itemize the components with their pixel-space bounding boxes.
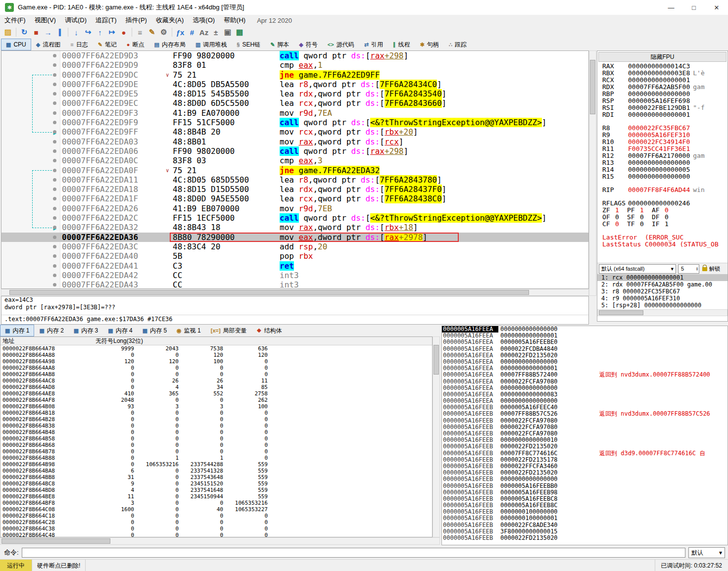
disasm-row[interactable]: 00007FF6A22ED9FF48:8B4B 20mov rcx,qword … bbox=[1, 127, 588, 137]
stack-row[interactable]: 0000005A16FEEB00007FF88B57C526返回到 nvd3du… bbox=[442, 411, 728, 417]
scale-button[interactable]: ± bbox=[210, 27, 222, 38]
stack-row[interactable]: 0000005A16FEEA0000022FD2135020 bbox=[442, 352, 728, 359]
memory-row[interactable]: 0000022F8B664AD8043485 bbox=[0, 384, 432, 390]
memory-row[interactable]: 0000022F8B664AE84103655522758 bbox=[0, 390, 432, 397]
menu-item[interactable]: 调试(D) bbox=[60, 15, 91, 26]
stack-row[interactable]: 0000005A16FEEB0000022FD2135020 bbox=[442, 443, 728, 450]
tab-source[interactable]: <>源代码 bbox=[323, 39, 359, 50]
memory-row[interactable]: 0000022F8B664AF8204800262 bbox=[0, 397, 432, 403]
stack-row[interactable]: 0000005A16FEEB0000022FFCFA3460 bbox=[442, 463, 728, 470]
callconv-arg-row[interactable]: 5: [rsp+28] 0000000000000000 bbox=[597, 302, 728, 309]
register-row[interactable]: RBP0000000000000000 bbox=[597, 91, 728, 97]
disasm-row[interactable]: 00007FF6A22ED9DE4C:8D05 DB5A5500lea r8,q… bbox=[1, 80, 588, 89]
scrollbar-thumb[interactable] bbox=[434, 345, 439, 375]
register-row[interactable]: RBX00000000000003E8L'è bbox=[597, 70, 728, 77]
spin-down-icon[interactable]: ▾ bbox=[696, 269, 698, 271]
memory-row[interactable]: 0000022F8B664B98010653532162337544288559 bbox=[0, 461, 432, 468]
tab-breakpoints[interactable]: ●断点 bbox=[122, 39, 149, 50]
stack-row[interactable]: 0000005A16FEEB0000005A16FEEBC8 bbox=[442, 496, 728, 502]
memory-hscrollbar[interactable] bbox=[0, 537, 440, 545]
tab-dump-5[interactable]: ▦内存 5 bbox=[138, 325, 172, 336]
tab-dump-3[interactable]: ▦内存 3 bbox=[69, 325, 103, 336]
stack-row[interactable]: 0000005A16FEEB3F80000000000015 bbox=[442, 528, 728, 535]
tab-log[interactable]: ≡日志 bbox=[65, 39, 93, 50]
stack-row[interactable]: 0000005A16FEEB0000022FD2135020 bbox=[442, 470, 728, 476]
memory-row[interactable]: 0000022F8B664B680000 bbox=[0, 442, 432, 448]
fx-button[interactable]: ƒx bbox=[174, 27, 186, 38]
stack-row[interactable]: 0000005A16FEEB00007FF8C774616C返回到 d3d9.0… bbox=[442, 450, 728, 457]
memory-row[interactable]: 0000022F8B664B880110 bbox=[0, 455, 432, 461]
stack-row[interactable]: 0000005A16FEEA0000005A16FEEBE0 bbox=[442, 339, 728, 345]
stack-row[interactable]: 0000005A16FEEB0000000100000000 bbox=[442, 509, 728, 515]
stack-row[interactable]: 0000005A16FEEB0000005A16FEEBB0 bbox=[442, 483, 728, 489]
memory-row[interactable]: 0000022F8B664C180000 bbox=[0, 513, 432, 519]
tab-memory-map[interactable]: ▤内存布局 bbox=[149, 39, 191, 50]
register-row[interactable]: R1200007FF6A2170000gam bbox=[597, 152, 728, 159]
register-row[interactable]: RDX00007FF6A2AB5F00gam bbox=[597, 84, 728, 91]
hash-button[interactable]: # bbox=[186, 27, 198, 38]
register-row[interactable]: R11F00735CC41FF36E1 bbox=[597, 145, 728, 152]
stack-row[interactable]: 0000005A16FEEA00007FF88B572400返回到 nvd3du… bbox=[442, 372, 728, 378]
memory-row[interactable]: 0000022F8B664BC8902345151520559 bbox=[0, 480, 432, 487]
disasm-row[interactable]: 00007FF6A22EDA3248:8B43 18mov rax,qword … bbox=[1, 223, 588, 232]
tab-handles[interactable]: ✱句柄 bbox=[415, 39, 443, 50]
stack-row[interactable]: 0000005A16FEEB0000000100000001 bbox=[442, 515, 728, 522]
menu-item[interactable]: 收藏夹(A) bbox=[151, 15, 188, 26]
log-window-button[interactable]: ≡ bbox=[134, 27, 146, 38]
memory-vscrollbar[interactable] bbox=[433, 336, 440, 537]
register-row[interactable]: RSP0000005A16FEF698 bbox=[597, 97, 728, 104]
stack-row[interactable]: 0000005A16FEEA0000000000000083 bbox=[442, 391, 728, 398]
minimize-button[interactable]: — bbox=[660, 0, 682, 15]
memory-row[interactable]: 0000022F8B664AB80000 bbox=[0, 371, 432, 378]
stack-row[interactable]: 0000005A16FEEB0000005A16FEEB8C bbox=[442, 502, 728, 509]
settings-gear-button[interactable]: ⚙ bbox=[158, 27, 170, 38]
menu-item[interactable]: 文件(F) bbox=[0, 15, 30, 26]
memory-row[interactable]: 0000022F8B664AA80000 bbox=[0, 365, 432, 371]
memory-row[interactable]: 0000022F8B664BB83102337543648559 bbox=[0, 474, 432, 480]
disasm-row[interactable]: 00007FF6A22ED9F341:B9 EA070000mov r9d,7E… bbox=[1, 108, 588, 118]
register-row[interactable]: R130000000000000000 bbox=[597, 159, 728, 166]
tab-dump-4[interactable]: ▦内存 4 bbox=[103, 325, 137, 336]
tab-threads[interactable]: ∥线程 bbox=[388, 39, 415, 50]
stack-row[interactable]: 0000005A16FEEB0000005A16FEEB98 bbox=[442, 489, 728, 496]
scrollbar-thumb[interactable] bbox=[1, 538, 110, 544]
memory-row[interactable]: 0000022F8B664B780000 bbox=[0, 448, 432, 455]
memory-row[interactable]: 0000022F8B664C0816000401065353227 bbox=[0, 506, 432, 513]
callconv-arg-row[interactable]: 1: rcx 0000000000000001 bbox=[597, 274, 728, 281]
stack-row[interactable]: 0000005A16FEEB0000000000000010 bbox=[442, 437, 728, 443]
notes-button[interactable]: ✎ bbox=[146, 27, 158, 38]
memory-row[interactable]: 0000022F8B664BE81102345150944559 bbox=[0, 493, 432, 500]
stack-row[interactable]: 0000005A16FEEB0000022FD2135178 bbox=[442, 457, 728, 463]
disasm-row[interactable]: 00007FF6A22EDA2CFF15 1ECF5000call qword … bbox=[1, 213, 588, 223]
unlock-button[interactable]: 解锁 bbox=[701, 265, 720, 273]
step-out-button[interactable]: ↑ bbox=[94, 27, 106, 38]
memory-row[interactable]: 0000022F8B664B480000 bbox=[0, 429, 432, 435]
tab-dump-2[interactable]: ▦内存 2 bbox=[34, 325, 68, 336]
stepper-arrows-icon[interactable]: ▴ ▾ bbox=[696, 265, 698, 273]
tab-cpu[interactable]: ▦CPU bbox=[1, 39, 31, 50]
memory-row[interactable]: 0000022F8B664BF83001065353216 bbox=[0, 500, 432, 506]
tab-struct[interactable]: ❖结构体 bbox=[252, 325, 287, 336]
register-row[interactable]: RSI0000022FBE129DB1"-f bbox=[597, 104, 728, 111]
arg-count-stepper[interactable]: 5 ▴ ▾ bbox=[678, 264, 699, 274]
disassembly-vscrollbar[interactable] bbox=[589, 50, 596, 296]
memory-row[interactable]: 0000022F8B664A8800120120 bbox=[0, 352, 432, 358]
menu-item[interactable]: 帮助(H) bbox=[219, 15, 250, 26]
disasm-row[interactable]: 00007FF6A22EDA0F∨75 21jne game.7FF6A22ED… bbox=[1, 166, 588, 175]
callconv-arg-row[interactable]: 2: rdx 00007FF6A2AB5F00 game.00 bbox=[597, 281, 728, 288]
menu-item[interactable]: 插件(P) bbox=[121, 15, 151, 26]
tab-locals[interactable]: [x=]局部变量 bbox=[206, 325, 252, 336]
command-profile-dropdown[interactable]: 默认 ▾ bbox=[688, 547, 725, 558]
register-row[interactable]: R80000022FC35FBC67 bbox=[597, 125, 728, 132]
stack-row[interactable]: 0000005A16FEEA0000000000000000 bbox=[442, 385, 728, 391]
tab-graph[interactable]: ◈流程图 bbox=[31, 39, 65, 50]
disasm-row[interactable]: 00007FF6A22EDA1848:8D15 D15D5500lea rdx,… bbox=[1, 185, 588, 194]
disasm-row[interactable]: 00007FF6A22EDA3C48:83C4 20add rsp,20 bbox=[1, 242, 588, 251]
disasm-row[interactable]: 00007FF6A22EDA43CCint3 bbox=[1, 280, 588, 289]
tab-script[interactable]: ✎脚本 bbox=[265, 39, 294, 50]
stack-row[interactable]: 0000005A16FEEB0000022FCFA97080 bbox=[442, 418, 728, 424]
scrollbar-thumb[interactable] bbox=[599, 310, 643, 315]
callconv-select[interactable]: 默认 (x64 fastcall) ▾ bbox=[599, 264, 676, 274]
tab-references[interactable]: ⇄引用 bbox=[359, 39, 388, 50]
stack-row[interactable]: 0000005A16FEEB0000022FC8ADE340 bbox=[442, 522, 728, 528]
